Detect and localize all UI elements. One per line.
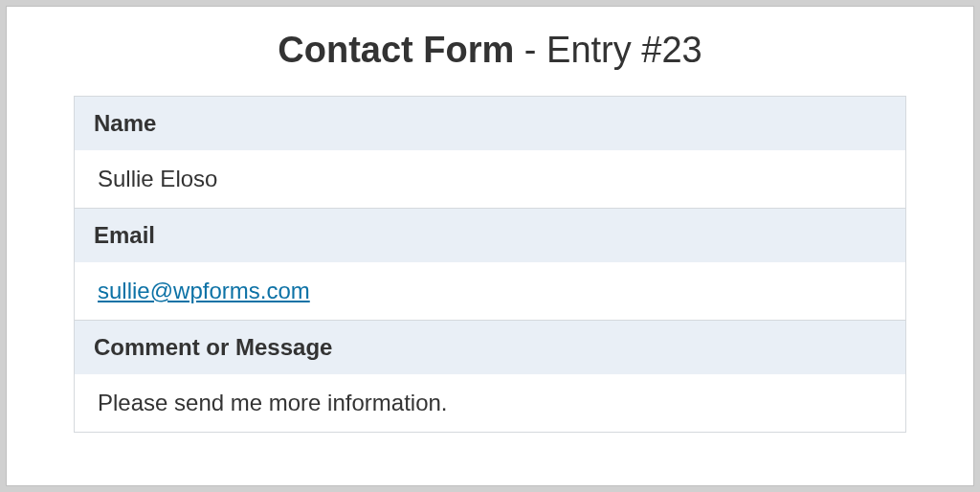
field-label-email: Email xyxy=(75,209,905,262)
field-row: Name Sullie Eloso xyxy=(75,97,905,209)
field-value-name: Sullie Eloso xyxy=(75,150,905,208)
entry-number: - Entry #23 xyxy=(514,30,702,70)
field-label-message: Comment or Message xyxy=(75,321,905,374)
field-row: Email sullie@wpforms.com xyxy=(75,209,905,321)
field-row: Comment or Message Please send me more i… xyxy=(75,321,905,432)
field-value-email: sullie@wpforms.com xyxy=(75,262,905,320)
email-link[interactable]: sullie@wpforms.com xyxy=(98,278,310,303)
entry-panel: Contact Form - Entry #23 Name Sullie Elo… xyxy=(6,6,974,486)
field-value-message: Please send me more information. xyxy=(75,374,905,432)
field-label-name: Name xyxy=(75,97,905,150)
form-name: Contact Form xyxy=(278,30,514,70)
entry-fields-table: Name Sullie Eloso Email sullie@wpforms.c… xyxy=(74,96,906,433)
page-title: Contact Form - Entry #23 xyxy=(74,30,906,71)
